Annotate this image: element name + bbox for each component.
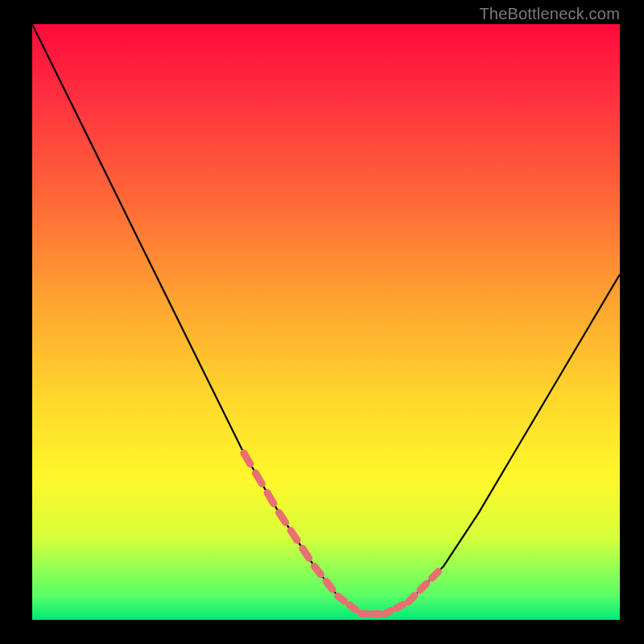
highlight-dash — [408, 596, 415, 602]
highlight-dash — [431, 572, 438, 578]
highlight-dash — [303, 548, 309, 558]
highlight-dash — [244, 453, 250, 464]
right-dashes — [385, 572, 438, 614]
bottom-dashes — [326, 581, 379, 614]
highlight-dash — [349, 605, 356, 610]
highlight-dash — [267, 493, 274, 504]
left-dashes — [244, 453, 321, 575]
attribution-text: TheBottleneck.com — [479, 5, 620, 23]
highlight-dash — [385, 611, 391, 614]
main-curve — [32, 24, 620, 614]
highlight-dash — [255, 473, 262, 485]
highlight-dash — [338, 596, 345, 601]
highlight-dash — [420, 584, 427, 590]
plot-area — [32, 24, 620, 620]
highlight-dash — [291, 530, 297, 540]
highlight-dash — [397, 605, 403, 608]
highlight-dash — [326, 581, 332, 589]
chart-frame: TheBottleneck.com — [0, 0, 644, 644]
highlight-dash — [279, 513, 286, 522]
curve-svg — [32, 24, 620, 620]
highlight-dash — [314, 566, 320, 574]
